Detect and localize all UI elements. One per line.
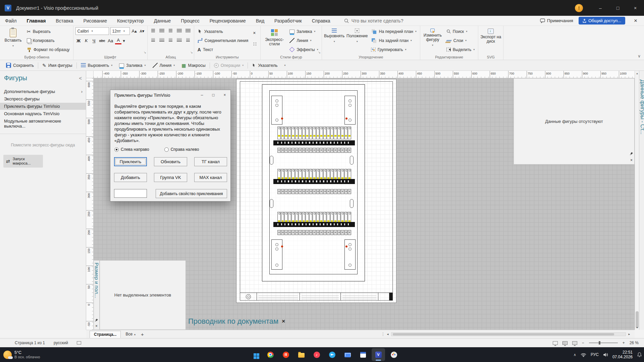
dialog-minimize-button[interactable]: – (196, 90, 208, 100)
tab-Данные[interactable]: Данные (149, 16, 176, 26)
maximize-button[interactable]: □ (609, 0, 627, 16)
terminal-shape[interactable] (295, 189, 299, 194)
radio-right-to-left[interactable]: Справа налево (164, 147, 199, 152)
tab-Вставка[interactable]: Вставка (51, 16, 78, 26)
numbering-button[interactable] (158, 27, 166, 35)
terminal-shape[interactable] (327, 189, 330, 194)
taskbar-icon-windows[interactable] (248, 348, 262, 361)
align-right-button[interactable] (167, 37, 174, 44)
qb-fill-button[interactable]: Заливка▾ (116, 61, 148, 70)
terminal-shape[interactable] (306, 230, 309, 235)
circuit-breaker-shape[interactable] (323, 127, 327, 139)
keyboard-language[interactable]: РУС (591, 352, 599, 357)
terminal-shape[interactable] (330, 148, 334, 153)
collapse-ribbon-icon[interactable]: ∨ (638, 54, 641, 58)
page-info[interactable]: Страница 1 из 1 (15, 341, 45, 345)
bullets-button[interactable] (150, 27, 157, 35)
run-macro-button[interactable]: ⇄ Запуск макроса... (3, 155, 43, 168)
terminal-shape[interactable] (306, 148, 309, 153)
terminal-shape[interactable] (299, 230, 302, 235)
macros-button[interactable]: ▦Макросы (179, 61, 208, 70)
align-top-button[interactable] (176, 37, 183, 44)
terminal-shape[interactable] (334, 148, 337, 153)
terminal-shape[interactable] (277, 189, 281, 194)
terminal-shape[interactable] (277, 148, 281, 153)
terminal-shape[interactable] (281, 230, 284, 235)
terminal-shape[interactable] (341, 230, 344, 235)
corner-device-shape[interactable] (344, 96, 356, 125)
underline-button[interactable]: Ч (91, 37, 97, 44)
terminal-shape[interactable] (299, 148, 302, 153)
terminal-shape[interactable] (281, 148, 284, 153)
page-tab[interactable]: Страница... (90, 331, 121, 338)
terminal-shape[interactable] (327, 148, 330, 153)
clock[interactable]: 22:51 07.04.2026 (612, 350, 633, 359)
terminal-shape[interactable] (277, 230, 281, 235)
document-explorer-tab[interactable]: Проводник по документам × (188, 317, 285, 326)
italic-button[interactable]: К (83, 37, 90, 44)
din-rail-shape[interactable] (273, 140, 355, 145)
taskbar-icon-explorer[interactable] (294, 348, 308, 361)
all-pages-button[interactable]: Все ▴ (125, 332, 136, 336)
terminal-shape[interactable] (302, 148, 306, 153)
change-case-button[interactable]: Aa (107, 37, 114, 44)
terminal-shape[interactable] (284, 230, 288, 235)
circuit-breaker-shape[interactable] (281, 127, 284, 139)
pin-icon[interactable] (95, 318, 98, 322)
shapes-panel-item[interactable]: Модульные автоматические выключа... (0, 118, 86, 130)
line-spacing-button[interactable] (184, 27, 192, 35)
terminal-shape[interactable] (291, 230, 295, 235)
strikethrough-button[interactable]: abc (99, 37, 106, 44)
notification-bell-icon[interactable] (637, 352, 642, 357)
paste-button[interactable]: Вставить ▾ (3, 27, 23, 54)
count-input[interactable] (114, 189, 147, 198)
shapes-panel-item[interactable]: Дополнительные фигуры› (0, 88, 86, 95)
terminal-shape[interactable] (306, 189, 309, 194)
circuit-breaker-shape[interactable] (341, 127, 344, 139)
din-rail-shape[interactable] (273, 179, 355, 184)
tell-me-search[interactable]: Что вы хотите сделать? (344, 18, 404, 24)
circuit-breaker-shape[interactable] (299, 127, 302, 139)
scroll-left-icon[interactable]: ◄ (385, 333, 390, 336)
bring-forward-button[interactable]: На передний план▾ (370, 27, 418, 36)
terminal-shape[interactable] (309, 230, 313, 235)
terminal-shape[interactable] (316, 148, 320, 153)
zoom-level[interactable]: 26 % (630, 341, 639, 345)
terminal-shape[interactable] (309, 148, 313, 153)
effects-button[interactable]: Эффекты▾ (288, 45, 320, 54)
terminal-shape[interactable] (337, 148, 341, 153)
shape-name-button[interactable]: ✎Имя фигуры (40, 61, 75, 70)
align-button[interactable]: Выровнять ▾ (324, 27, 345, 54)
dialog-close-button[interactable]: × (219, 90, 230, 100)
comments-button[interactable]: Примечания (540, 18, 573, 23)
close-button[interactable]: × (627, 0, 644, 16)
tab-Рецензирование[interactable]: Рецензирование (205, 16, 251, 26)
minimize-button[interactable]: – (592, 0, 609, 16)
size-position-tab-title[interactable]: Размер и пол... (94, 263, 100, 298)
line-style-button[interactable]: Линия▾ (288, 36, 320, 45)
size-position-collapsed-tab[interactable]: Размер и пол... × (94, 260, 100, 330)
qb-line-button[interactable]: Линия▾ (150, 61, 178, 70)
document-explorer-title[interactable]: Проводник по документам (188, 317, 278, 326)
terminal-shape[interactable] (320, 148, 323, 153)
taskbar-icon-calendar[interactable] (356, 348, 370, 361)
share-button[interactable]: Общий доступ... (579, 17, 625, 25)
terminal-shape[interactable] (316, 189, 320, 194)
copy-button[interactable]: Копировать (25, 36, 71, 45)
terminal-shape[interactable] (288, 230, 291, 235)
decrease-indent-button[interactable] (167, 27, 174, 35)
side-oval-shape[interactable] (350, 199, 354, 208)
terminal-shape[interactable] (344, 148, 348, 153)
terminal-shape[interactable] (323, 189, 327, 194)
taskbar-icon-yandex[interactable]: Я (279, 348, 292, 361)
terminal-shape[interactable] (341, 189, 344, 194)
paragraph-dialog-launcher[interactable]: ↘ (190, 51, 193, 54)
tg-channel-button[interactable]: ТГ канал (194, 157, 227, 166)
terminal-shape[interactable] (327, 230, 330, 235)
circuit-breaker-shape[interactable] (309, 127, 313, 139)
dialog-maximize-button[interactable]: □ (208, 90, 219, 100)
shrink-font-button[interactable]: A▾ (139, 28, 145, 35)
terminal-shape[interactable] (284, 189, 288, 194)
grow-font-button[interactable]: A▴ (131, 28, 138, 35)
text-tool-button[interactable]: А Текст (196, 45, 250, 54)
